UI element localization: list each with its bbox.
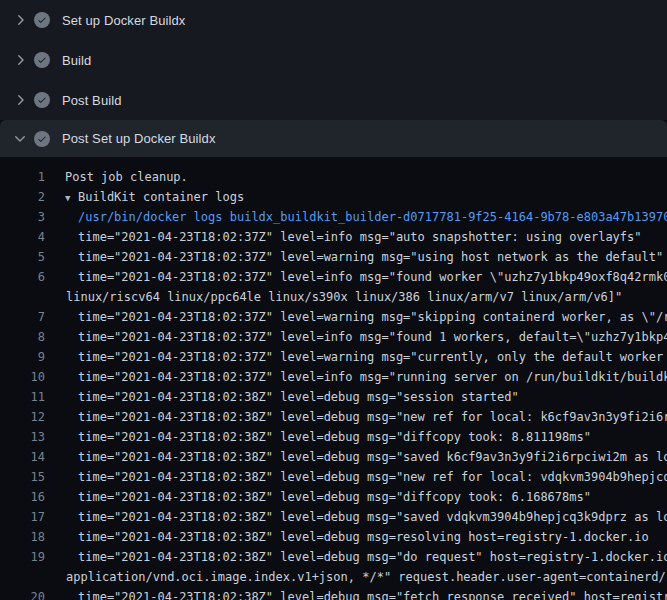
log-row: 2▼BuildKit container logs — [0, 187, 667, 207]
log-row: 13time="2021-04-23T18:02:38Z" level=debu… — [0, 427, 667, 447]
line-number[interactable]: 18 — [0, 527, 45, 547]
log-line-text: Post job cleanup. — [65, 167, 188, 187]
log-row: 12time="2021-04-23T18:02:38Z" level=debu… — [0, 407, 667, 427]
log-line-text: time="2021-04-23T18:02:38Z" level=debug … — [78, 527, 649, 547]
log-line-text: time="2021-04-23T18:02:37Z" level=warnin… — [78, 307, 667, 327]
line-number[interactable]: 7 — [0, 307, 45, 327]
line-number[interactable]: 14 — [0, 447, 45, 467]
log-row: 10time="2021-04-23T18:02:37Z" level=info… — [0, 367, 667, 387]
log-line-text: time="2021-04-23T18:02:37Z" level=info m… — [78, 327, 667, 347]
step-label: Set up Docker Buildx — [62, 13, 185, 28]
step-label: Post Build — [62, 93, 122, 108]
actions-log-viewer: Set up Docker BuildxBuildPost Build Post… — [0, 0, 667, 600]
line-number[interactable]: 16 — [0, 487, 45, 507]
log-row: 4time="2021-04-23T18:02:37Z" level=info … — [0, 227, 667, 247]
line-number[interactable]: 2 — [0, 187, 45, 207]
log-line-text: time="2021-04-23T18:02:38Z" level=debug … — [78, 407, 667, 427]
check-circle-icon — [34, 12, 50, 28]
line-number[interactable]: 9 — [0, 347, 45, 367]
log-line-text: time="2021-04-23T18:02:38Z" level=debug … — [78, 387, 519, 407]
log-line-text: time="2021-04-23T18:02:38Z" level=debug … — [78, 547, 667, 567]
log-row: 8time="2021-04-23T18:02:37Z" level=info … — [0, 327, 667, 347]
log-line-text: time="2021-04-23T18:02:38Z" level=debug … — [78, 447, 667, 467]
log-row: 19time="2021-04-23T18:02:38Z" level=debu… — [0, 547, 667, 567]
step-label: Build — [62, 53, 91, 68]
log-row: 14time="2021-04-23T18:02:38Z" level=debu… — [0, 447, 667, 467]
log-line-text: time="2021-04-23T18:02:37Z" level=info m… — [78, 267, 667, 287]
line-number[interactable]: 19 — [0, 547, 45, 567]
log-row: 11time="2021-04-23T18:02:38Z" level=debu… — [0, 387, 667, 407]
log-line-text: linux/riscv64 linux/ppc64le linux/s390x … — [66, 287, 622, 307]
log-row: linux/riscv64 linux/ppc64le linux/s390x … — [0, 287, 667, 307]
log-line-text: /usr/bin/docker logs buildx_buildkit_bui… — [78, 207, 667, 227]
line-number[interactable]: 20 — [0, 587, 45, 600]
collapse-triangle-icon[interactable]: ▼ — [65, 188, 78, 208]
line-number[interactable]: 15 — [0, 467, 45, 487]
line-number[interactable]: 10 — [0, 367, 45, 387]
line-number[interactable]: 5 — [0, 247, 45, 267]
line-number[interactable]: 1 — [0, 167, 45, 187]
log-output: 1Post job cleanup.2▼BuildKit container l… — [0, 157, 667, 600]
log-row: 17time="2021-04-23T18:02:38Z" level=debu… — [0, 507, 667, 527]
log-row: 16time="2021-04-23T18:02:38Z" level=debu… — [0, 487, 667, 507]
check-circle-icon — [34, 92, 50, 108]
log-line-text: time="2021-04-23T18:02:38Z" level=debug … — [78, 587, 667, 600]
line-number[interactable]: 3 — [0, 207, 45, 227]
log-row: 3/usr/bin/docker logs buildx_buildkit_bu… — [0, 207, 667, 227]
log-line-text: time="2021-04-23T18:02:38Z" level=debug … — [78, 507, 667, 527]
step-row-post-build[interactable]: Post Build — [0, 80, 667, 120]
line-number[interactable]: 6 — [0, 267, 45, 287]
line-number[interactable]: 11 — [0, 387, 45, 407]
log-line-text: time="2021-04-23T18:02:37Z" level=info m… — [78, 227, 642, 247]
line-number[interactable]: 13 — [0, 427, 45, 447]
step-row-build[interactable]: Build — [0, 40, 667, 80]
log-line-text: time="2021-04-23T18:02:38Z" level=debug … — [78, 427, 591, 447]
log-line-text: time="2021-04-23T18:02:37Z" level=info m… — [78, 367, 667, 387]
chevron-down-icon — [12, 131, 28, 147]
chevron-right-icon — [12, 52, 28, 68]
step-label: Post Set up Docker Buildx — [62, 131, 216, 146]
log-row: 1Post job cleanup. — [0, 167, 667, 187]
log-line-text: time="2021-04-23T18:02:38Z" level=debug … — [78, 487, 591, 507]
log-row: application/vnd.oci.image.index.v1+json,… — [0, 567, 667, 587]
line-number[interactable]: 17 — [0, 507, 45, 527]
line-number[interactable] — [0, 287, 45, 307]
check-circle-icon — [34, 131, 50, 147]
steps-list: Set up Docker BuildxBuildPost Build — [0, 0, 667, 120]
line-number[interactable] — [0, 567, 45, 587]
log-row: 7time="2021-04-23T18:02:37Z" level=warni… — [0, 307, 667, 327]
check-circle-icon — [34, 52, 50, 68]
line-number[interactable]: 8 — [0, 327, 45, 347]
step-row-set-up-docker-buildx[interactable]: Set up Docker Buildx — [0, 0, 667, 40]
log-row: 9time="2021-04-23T18:02:37Z" level=warni… — [0, 347, 667, 367]
log-line-text: application/vnd.oci.image.index.v1+json,… — [66, 567, 667, 587]
log-line-text: ▼BuildKit container logs — [65, 187, 244, 207]
expanded-step-section: Post Set up Docker Buildx 1Post job clea… — [0, 120, 667, 600]
log-line-text: time="2021-04-23T18:02:38Z" level=debug … — [78, 467, 667, 487]
chevron-right-icon — [12, 92, 28, 108]
line-number[interactable]: 4 — [0, 227, 45, 247]
log-line-text: time="2021-04-23T18:02:37Z" level=warnin… — [78, 247, 663, 267]
log-row: 6time="2021-04-23T18:02:37Z" level=info … — [0, 267, 667, 287]
log-row: 15time="2021-04-23T18:02:38Z" level=debu… — [0, 467, 667, 487]
log-row: 5time="2021-04-23T18:02:37Z" level=warni… — [0, 247, 667, 267]
step-header-post-set-up-docker-buildx[interactable]: Post Set up Docker Buildx — [0, 120, 667, 157]
chevron-right-icon — [12, 12, 28, 28]
log-row: 20time="2021-04-23T18:02:38Z" level=debu… — [0, 587, 667, 600]
line-number[interactable]: 12 — [0, 407, 45, 427]
log-row: 18time="2021-04-23T18:02:38Z" level=debu… — [0, 527, 667, 547]
log-line-text: time="2021-04-23T18:02:37Z" level=warnin… — [78, 347, 667, 367]
